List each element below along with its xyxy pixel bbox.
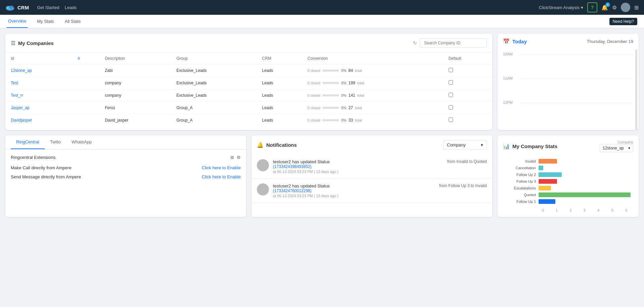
cell-description: Feroz [99, 102, 171, 114]
clickstream-label[interactable]: ClickStream Analysis ▾ [539, 5, 583, 10]
cell-default[interactable] [443, 77, 492, 89]
notif-phone-2: (1733424760012298) [273, 188, 338, 193]
tab-whatsapp[interactable]: WhatsApp [66, 135, 97, 149]
notif-status-2: from Follow Up 3 to Invalid [439, 183, 487, 188]
subnav-all-stats[interactable]: All Stats [63, 15, 82, 28]
help-button[interactable]: ? [587, 2, 597, 12]
stats-company-dropdown[interactable]: 12stone_ap ▾ [600, 144, 633, 152]
bottom-left-row: RingCentral Twilio WhatsApp Ringcentral … [5, 135, 492, 217]
nav-leads[interactable]: Leads [65, 5, 77, 10]
rc-settings-icon[interactable]: ⚙ [237, 155, 241, 160]
stats-chart: Invalid Cancellation Follow Up 2 Follow … [503, 158, 633, 207]
col-id: Id [5, 53, 72, 64]
company-search-input[interactable] [420, 38, 487, 48]
nav-get-started[interactable]: Get Started [37, 5, 59, 10]
ringcentral-card: RingCentral Twilio WhatsApp Ringcentral … [5, 135, 246, 217]
svg-point-2 [9, 6, 13, 9]
chart-bar-wrap [539, 186, 631, 190]
calendar-header: 📅 Today Thursday, December 19 [498, 34, 639, 49]
stats-inner: 📊 My Company Stats Company 12stone_ap ▾ … [498, 135, 639, 217]
cell-crm: Leads [257, 114, 302, 127]
chart-bar-wrap [539, 179, 631, 184]
chart-bar-row: Follow Up 2 [506, 172, 631, 177]
notification-item-1: testuser2 has updated Status (1733424398… [251, 155, 492, 179]
cell-default[interactable] [443, 102, 492, 114]
cell-id[interactable]: 12stone_ap [5, 64, 72, 77]
stats-header: 📊 My Company Stats Company 12stone_ap ▾ [503, 140, 633, 152]
chart-x-tick: 0 [536, 209, 550, 212]
tab-ringcentral[interactable]: RingCentral [11, 135, 45, 149]
refresh-icon[interactable]: ↻ [413, 40, 417, 46]
menu-icon: ☰ [11, 40, 15, 46]
table-row: Jasper_ap Feroz Group_A Leads 0 closed 0… [5, 102, 492, 114]
notif-avatar-2 [257, 183, 269, 195]
col-crm: CRM [257, 53, 302, 64]
col-conversion: Conversion [302, 53, 443, 64]
chart-bar-wrap [539, 199, 631, 204]
calendar-scrollbar[interactable] [635, 49, 637, 130]
brand-name: CRM [17, 5, 29, 10]
chart-bar-row: Cancellation [506, 166, 631, 170]
user-avatar[interactable] [621, 3, 630, 12]
current-date: Thursday, December 19 [587, 39, 634, 44]
cell-default[interactable] [443, 114, 492, 127]
table-row: 12stone_ap Zabi Exclusive_Leads Leads 0 … [5, 64, 492, 77]
cell-conversion: 0 closed 0% 84 total [302, 64, 443, 77]
chart-bar [539, 159, 557, 164]
time-slot-12pm: 12PM [503, 100, 633, 104]
companies-card: ☰ My Companies ↻ Id # Description Group … [5, 34, 492, 130]
notifications-icon[interactable]: 🔔 8 [601, 4, 608, 11]
cell-description: company [99, 77, 171, 89]
notif-phone-1: (1733424398493852) [273, 164, 338, 169]
notification-badge: 8 [605, 2, 610, 7]
rc-send-message-enable[interactable]: Click here to Enable [202, 174, 241, 179]
time-12pm: 12PM [503, 100, 516, 104]
subnav-my-stats[interactable]: My Stats [36, 15, 55, 28]
need-help-badge[interactable]: Need Help? [609, 18, 637, 25]
rc-make-call-enable[interactable]: Click here to Enable [202, 165, 241, 170]
cell-conversion: 0 closed 0% 141 total [302, 89, 443, 102]
rc-grid-icon[interactable]: ⊞ [230, 155, 234, 160]
cell-id[interactable]: Davidjasper [5, 114, 72, 127]
chart-label: Follow Up 1 [506, 200, 536, 204]
cloud-icon [5, 4, 15, 11]
companies-table: Id # Description Group CRM Conversion De… [5, 53, 492, 126]
bell-icon: 🔔 [257, 142, 264, 148]
notifications-title: Notifications [266, 142, 441, 148]
cell-default[interactable] [443, 64, 492, 77]
rc-make-call-row: Make Call directly from Ampere Click her… [11, 165, 241, 170]
chart-bar-wrap [539, 192, 631, 197]
rc-send-message-label: Send Message directly from Ampere [11, 174, 81, 179]
settings-icon[interactable]: ⚙ [612, 4, 617, 11]
notif-time-1: at 06-12-2024 03:23 PM ( 13 days ago ) [273, 170, 338, 174]
cell-id[interactable]: Test_rr [5, 89, 72, 102]
cell-default[interactable] [443, 89, 492, 102]
chart-bar-row: Escalatations [506, 186, 631, 190]
main-content: ☰ My Companies ↻ Id # Description Group … [0, 28, 644, 222]
subnav-overview[interactable]: Overview [7, 15, 28, 28]
cell-crm: Leads [257, 77, 302, 89]
cell-num [72, 77, 99, 89]
chart-bar [539, 192, 631, 197]
table-row: Test_rr company Exclusive_Leads Leads 0 … [5, 89, 492, 102]
cell-group: Exclusive_Leads [171, 64, 257, 77]
time-line-12pm [520, 102, 633, 103]
notifications-header: 🔔 Notifications Company ▾ [251, 135, 492, 155]
chart-bar [539, 172, 562, 177]
cell-description: company [99, 89, 171, 102]
chart-x-axis: 0123456 [536, 209, 633, 212]
cell-conversion: 0 closed 0% 199 total [302, 77, 443, 89]
cell-num [72, 102, 99, 114]
brand-logo[interactable]: CRM [5, 4, 29, 11]
companies-header: ☰ My Companies ↻ [5, 34, 492, 53]
cell-id[interactable]: Test [5, 77, 72, 89]
tab-twilio[interactable]: Twilio [45, 135, 66, 149]
chart-label: Follow Up 2 [506, 173, 536, 177]
cell-id[interactable]: Jasper_ap [5, 102, 72, 114]
notifications-company-dropdown[interactable]: Company ▾ [443, 140, 487, 150]
top-nav-right: ClickStream Analysis ▾ ? 🔔 8 ⚙ ⊞ [539, 2, 639, 12]
cell-num [72, 64, 99, 77]
grid-icon[interactable]: ⊞ [634, 4, 639, 11]
notif-status-1: from Invalid to Quoted [447, 159, 487, 164]
top-nav-links: Get Started Leads [37, 5, 77, 10]
